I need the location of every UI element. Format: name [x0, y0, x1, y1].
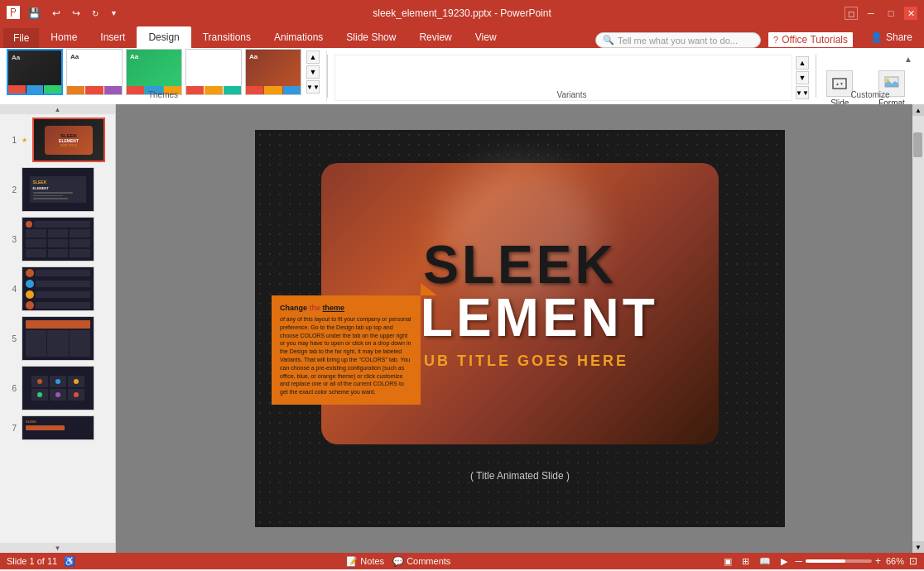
collapse-icon[interactable]: ▲	[904, 55, 912, 64]
main-layout: ▲ 1 ★ SLEEK ELEMENT SUB TITLE	[0, 104, 924, 553]
slide-thumb-7[interactable]: SLEEK	[22, 415, 94, 440]
callout-the: the	[307, 304, 323, 312]
theme-4[interactable]: Aa	[185, 49, 242, 95]
variants-scroll-up[interactable]: ▲	[796, 56, 809, 70]
qat-undo[interactable]: ↩	[49, 6, 64, 21]
theme-5[interactable]: Aa	[245, 49, 301, 95]
themes-label: Themes	[0, 90, 326, 99]
slide-item-7[interactable]: 7 SLEEK	[7, 415, 108, 440]
slide-panel: ▲ 1 ★ SLEEK ELEMENT SUB TITLE	[0, 104, 116, 553]
status-right: ▣ ⊞ 📖 ▶ ─ + 66% ⊡	[721, 555, 917, 568]
svg-text:▲▼: ▲▼	[835, 81, 844, 86]
slide-item-3[interactable]: 3	[7, 217, 108, 262]
variants-label: Variants	[328, 90, 816, 99]
slideshow-btn[interactable]: ▶	[778, 555, 790, 568]
tab-transitions[interactable]: Transitions	[191, 26, 262, 48]
slide-editing-area: ▲ ▼ SLEEK ELEMENT SUB TITLE GOES HERE ( …	[116, 104, 924, 553]
slide-thumb-4[interactable]	[22, 266, 94, 311]
minimize-button[interactable]: ─	[864, 7, 878, 20]
thumb2-title: SLEEK	[33, 180, 47, 185]
main-scroll-up[interactable]: ▲	[912, 104, 924, 116]
comments-icon: 💬	[392, 556, 404, 566]
zoom-level[interactable]: 66%	[886, 556, 904, 566]
slide-thumb-3[interactable]	[22, 217, 94, 262]
status-left: Slide 1 of 11 ♿	[7, 556, 75, 567]
normal-view-btn[interactable]: ▣	[721, 555, 734, 568]
comments-button[interactable]: 💬 Comments	[390, 555, 453, 568]
theme-1[interactable]: Aa	[7, 49, 63, 95]
theme-5-label: Aa	[249, 53, 257, 60]
slide-title-element: ELEMENT	[382, 291, 658, 344]
main-scroll-down[interactable]: ▼	[912, 541, 924, 553]
theme-scroll-up[interactable]: ▲	[306, 50, 320, 64]
slide-caption: ( Title Animated Slide )	[470, 470, 570, 482]
qat-save[interactable]: 💾	[25, 6, 44, 21]
qat-customize[interactable]: ▼	[107, 7, 121, 19]
zoom-out-btn[interactable]: ─	[795, 555, 802, 567]
slide-item-4[interactable]: 4	[7, 266, 108, 311]
slide-panel-inner: 1 ★ SLEEK ELEMENT SUB TITLE 2	[0, 114, 115, 543]
notes-label: Notes	[360, 556, 384, 566]
callout-box: Change the theme of any of this layout t…	[272, 295, 421, 405]
theme-3-label: Aa	[130, 53, 138, 60]
slide-canvas[interactable]: SLEEK ELEMENT SUB TITLE GOES HERE ( Titl…	[255, 130, 785, 527]
tab-view[interactable]: View	[464, 26, 508, 48]
slide-item-6[interactable]: 6	[7, 366, 108, 410]
zoom-slider[interactable]	[806, 559, 872, 563]
variants-scroll-down[interactable]: ▼	[796, 71, 809, 84]
tell-me-bar[interactable]: 🔍 Tell me what you want to do...	[595, 32, 761, 48]
fit-slide-btn[interactable]: ⊡	[909, 555, 917, 567]
slide-thumb-2[interactable]: SLEEK ELEMENT	[22, 167, 94, 212]
tab-insert[interactable]: Insert	[89, 26, 137, 48]
slide-item-2[interactable]: 2 SLEEK ELEMENT	[7, 167, 108, 212]
qat-redo2[interactable]: ↻	[89, 7, 102, 20]
theme-3[interactable]: Aa	[126, 49, 182, 95]
svg-point-3	[886, 79, 889, 82]
slide-item-5[interactable]: 5	[7, 316, 108, 361]
share-btn[interactable]: 👤 Share	[862, 28, 921, 46]
status-center: 📝 Notes 💬 Comments	[344, 555, 453, 568]
tab-file[interactable]: File	[3, 28, 39, 48]
theme-scroll: ▲ ▼ ▼▼	[306, 50, 320, 94]
office-tutorials-btn[interactable]: ? Office Tutorials	[768, 31, 854, 48]
notes-button[interactable]: 📝 Notes	[344, 555, 387, 568]
slide-info: Slide 1 of 11	[7, 556, 57, 566]
tab-slideshow[interactable]: Slide Show	[334, 26, 407, 48]
panel-scroll-up[interactable]: ▲	[0, 104, 115, 114]
theme-4-label: Aa	[190, 53, 198, 60]
main-scroll-thumb[interactable]	[913, 132, 922, 157]
slide-sorter-btn[interactable]: ⊞	[739, 555, 752, 568]
maximize-button[interactable]: □	[884, 7, 898, 20]
tab-design[interactable]: Design	[137, 26, 190, 48]
callout-body: of any of this layout to fit your compan…	[280, 315, 412, 396]
theme-scroll-down[interactable]: ▼	[306, 65, 320, 79]
qat-redo[interactable]: ↪	[69, 6, 84, 21]
thumb2-title2: ELEMENT	[33, 186, 49, 190]
slide-subtitle: SUB TITLE GOES HERE	[411, 353, 628, 370]
slide-thumb-6[interactable]	[22, 366, 94, 410]
accessibility-icon: ♿	[64, 556, 75, 567]
slide-thumb-1[interactable]: SLEEK ELEMENT SUB TITLE	[32, 118, 105, 162]
theme-2[interactable]: Aa	[66, 49, 123, 95]
ribbon-tabs-row: File Home Insert Design Transitions Anim…	[0, 26, 924, 48]
slide-thumb-5[interactable]	[22, 316, 94, 361]
slide-size-svg: ▲▼	[831, 77, 848, 90]
title-bar-left: 🅿 💾 ↩ ↪ ↻ ▼	[7, 6, 121, 21]
tab-review[interactable]: Review	[407, 26, 463, 48]
callout-title: Change the theme	[280, 304, 412, 312]
slide-number-7: 7	[7, 424, 17, 433]
office-tutorials-label: Office Tutorials	[782, 34, 848, 46]
tab-home[interactable]: Home	[39, 26, 89, 48]
title-bar: 🅿 💾 ↩ ↪ ↻ ▼ sleek_element_19230.pptx - P…	[0, 0, 924, 26]
restore-button[interactable]: ◻	[845, 7, 858, 20]
slide-item-1[interactable]: 1 ★ SLEEK ELEMENT SUB TITLE	[7, 118, 108, 162]
zoom-in-btn[interactable]: +	[875, 555, 881, 567]
theme-thumbnails: Aa Aa Aa Aa	[7, 49, 301, 95]
close-button[interactable]: ✕	[904, 7, 917, 20]
reading-view-btn[interactable]: 📖	[757, 555, 773, 568]
status-bar: Slide 1 of 11 ♿ 📝 Notes 💬 Comments ▣ ⊞ 📖…	[0, 553, 924, 569]
theme-1-label: Aa	[12, 54, 20, 61]
window-title: sleek_element_19230.pptx - PowerPoint	[373, 7, 551, 19]
panel-scroll-down[interactable]: ▼	[0, 543, 115, 553]
tab-animations[interactable]: Animations	[262, 26, 334, 48]
